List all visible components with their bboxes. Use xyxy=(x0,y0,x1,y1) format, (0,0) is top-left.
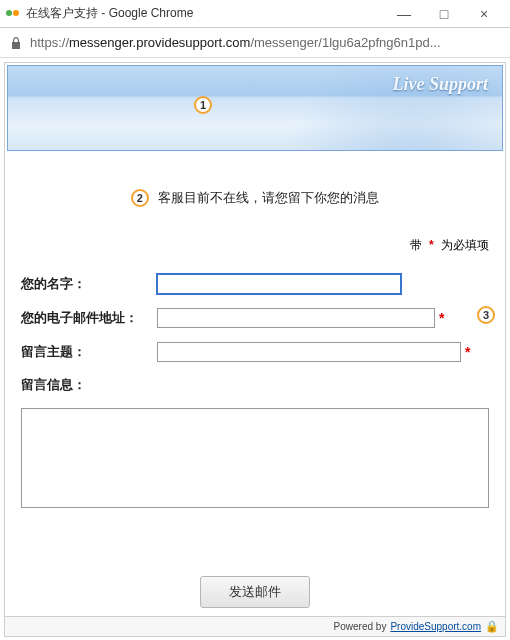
email-input[interactable] xyxy=(157,308,435,328)
required-suffix: 为必填项 xyxy=(441,238,489,252)
banner: Live Support 1 xyxy=(7,65,503,151)
url-path: /messenger/1lgu6a2pfng6n1pd... xyxy=(250,35,440,50)
subject-required-star: * xyxy=(461,344,489,360)
footer: Powered by ProvideSupport.com 🔒 xyxy=(5,616,505,636)
content-frame: Live Support 1 2 客服目前不在线，请您留下你您的消息 带 * 为… xyxy=(4,62,506,637)
url-host: messenger.providesupport.com xyxy=(69,35,250,50)
annotation-2: 2 xyxy=(131,189,149,207)
name-input[interactable] xyxy=(157,274,401,294)
close-button[interactable]: × xyxy=(464,1,504,27)
email-required-star: * xyxy=(435,310,463,326)
send-button[interactable]: 发送邮件 xyxy=(200,576,310,608)
annotation-3: 3 xyxy=(477,306,495,324)
message-label: 留言信息： xyxy=(21,374,157,394)
subject-input[interactable] xyxy=(157,342,461,362)
required-prefix: 带 xyxy=(410,238,422,252)
required-star: * xyxy=(429,238,434,252)
email-label: 您的电子邮件地址： xyxy=(21,309,157,327)
row-message-label: 留言信息： xyxy=(21,374,489,398)
row-name: 您的名字： xyxy=(21,272,489,296)
window-titlebar: 在线客户支持 - Google Chrome — □ × xyxy=(0,0,510,28)
offline-notice: 2 客服目前不在线，请您留下你您的消息 xyxy=(21,189,489,207)
window-controls: — □ × xyxy=(384,1,504,27)
notice-text: 客服目前不在线，请您留下你您的消息 xyxy=(158,190,379,205)
submit-row: 发送邮件 xyxy=(21,576,489,608)
url-scheme: https:// xyxy=(30,35,69,50)
name-label: 您的名字： xyxy=(21,275,157,293)
subject-label: 留言主题： xyxy=(21,343,157,361)
url-text: https://messenger.providesupport.com/mes… xyxy=(30,35,500,50)
maximize-button[interactable]: □ xyxy=(424,1,464,27)
form-area: 2 客服目前不在线，请您留下你您的消息 带 * 为必填项 您的名字： 您的电子邮… xyxy=(5,153,505,616)
message-wrap xyxy=(21,408,489,548)
favicon-icon xyxy=(6,7,20,21)
minimize-button[interactable]: — xyxy=(384,1,424,27)
message-textarea[interactable] xyxy=(21,408,489,508)
banner-brand: Live Support xyxy=(392,74,488,95)
footer-link[interactable]: ProvideSupport.com xyxy=(390,621,481,632)
row-email: 您的电子邮件地址： * 3 xyxy=(21,306,489,330)
window-title: 在线客户支持 - Google Chrome xyxy=(26,5,384,22)
address-bar[interactable]: https://messenger.providesupport.com/mes… xyxy=(0,28,510,58)
annotation-1: 1 xyxy=(194,96,212,114)
footer-powered: Powered by xyxy=(334,621,387,632)
footer-lock-icon: 🔒 xyxy=(485,620,499,633)
required-note: 带 * 为必填项 xyxy=(21,237,489,254)
row-subject: 留言主题： * xyxy=(21,340,489,364)
lock-icon xyxy=(10,36,22,50)
